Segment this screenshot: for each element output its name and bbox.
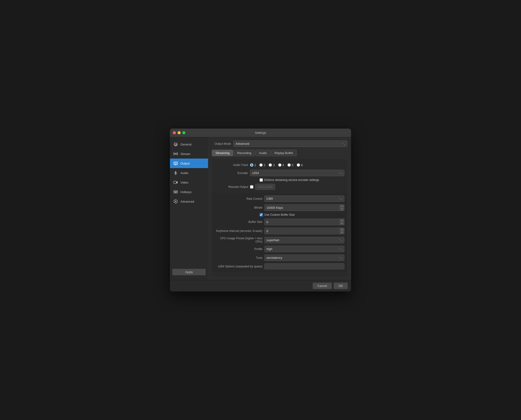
sidebar-item-stream[interactable]: Stream [170, 149, 208, 158]
custom-buffer-row: Use Custom Buffer Size [212, 212, 347, 218]
cpu-preset-label: CPU Usage Preset (higher = less CPU) [215, 237, 262, 243]
profile-row: Profile baseline main high ⌃⌄ [212, 245, 347, 253]
keyframe-input[interactable] [264, 228, 340, 234]
track-1-radio[interactable] [250, 163, 253, 167]
rescale-label: Rescale Output [215, 185, 248, 188]
cpu-preset-select-wrapper: ultrafast superfast veryfast faster fast… [264, 237, 344, 243]
rate-control-label: Rate Control [215, 197, 262, 201]
buffer-size-input[interactable] [264, 218, 340, 225]
sidebar-item-output[interactable]: Output [170, 158, 208, 168]
cancel-button[interactable]: Cancel [313, 283, 332, 289]
profile-select[interactable]: baseline main high [264, 246, 344, 252]
cpu-preset-select[interactable]: ultrafast superfast veryfast faster fast… [264, 237, 344, 243]
bitrate-down-button[interactable]: ▼ [340, 208, 344, 211]
close-button[interactable] [173, 131, 176, 134]
sidebar-item-audio[interactable]: Audio [170, 168, 208, 178]
buffer-size-row: Buffer Size ▲ ▼ [212, 218, 347, 226]
keyframe-down-button[interactable]: ▼ [340, 231, 344, 234]
track-3-label[interactable]: 3 [269, 163, 275, 167]
track-1-text: 1 [254, 163, 256, 167]
track-2-radio[interactable] [259, 163, 263, 167]
bitrate-label: Bitrate [215, 206, 262, 209]
enforce-checkbox[interactable] [260, 178, 263, 182]
svg-rect-13 [175, 192, 177, 193]
encoder-select[interactable]: x264 [250, 170, 344, 176]
sidebar-item-video[interactable]: Video [170, 178, 208, 187]
audio-track-row: Audio Track 1 2 3 [212, 161, 347, 169]
keyframe-spin-buttons: ▲ ▼ [340, 228, 344, 234]
tab-audio[interactable]: Audio [256, 150, 271, 156]
window-title: Settings [255, 131, 266, 135]
rate-control-select-wrapper: CBR VBR ABR ⌃⌄ [264, 195, 344, 202]
x264-options-label: x264 Options (separated by space) [215, 265, 262, 268]
tab-streaming[interactable]: Streaming [212, 150, 233, 156]
bitrate-up-button[interactable]: ▲ [340, 204, 344, 208]
encoder-label: Encoder [215, 172, 248, 175]
minimize-button[interactable] [178, 131, 181, 134]
bitrate-input[interactable] [264, 204, 340, 211]
keyframe-up-button[interactable]: ▲ [340, 228, 344, 231]
tune-select-wrapper: none zerolatency film animation ⌃⌄ [264, 255, 344, 261]
audio-track-label: Audio Track [215, 163, 248, 167]
buffer-size-up-button[interactable]: ▲ [340, 219, 344, 222]
sidebar-label-audio: Audio [180, 171, 188, 175]
rescale-controls: 1920x1080 [250, 184, 344, 190]
tab-replay-buffer[interactable]: Replay Buffer [271, 150, 297, 156]
maximize-button[interactable] [182, 131, 186, 134]
stream-icon [173, 151, 178, 156]
cpu-preset-row: CPU Usage Preset (higher = less CPU) ult… [212, 235, 347, 245]
track-1-label[interactable]: 1 [250, 163, 256, 167]
sidebar-label-general: General [180, 142, 191, 146]
traffic-lights [173, 131, 186, 134]
rescale-select[interactable]: 1920x1080 [255, 184, 275, 190]
svg-rect-11 [175, 191, 176, 192]
track-3-radio[interactable] [269, 163, 272, 167]
output-mode-row: Output Mode Advanced Simple ⌃⌄ [212, 141, 347, 147]
track-3-text: 3 [273, 163, 275, 167]
sidebar-label-output: Output [180, 162, 190, 165]
sidebar-label-hotkeys: Hotkeys [180, 190, 192, 194]
custom-buffer-label: Use Custom Buffer Size [264, 213, 295, 217]
apply-button[interactable]: Apply [172, 269, 206, 275]
rate-control-select[interactable]: CBR VBR ABR [264, 195, 344, 202]
rescale-row: Rescale Output 1920x1080 [212, 183, 347, 191]
track-4-radio[interactable] [278, 163, 281, 167]
ok-button[interactable]: OK [334, 283, 348, 289]
svg-rect-2 [174, 162, 177, 164]
sidebar-bottom: Apply [170, 266, 208, 278]
advanced-icon [173, 199, 178, 204]
custom-buffer-checkbox[interactable] [260, 213, 263, 217]
x264-options-input[interactable] [264, 263, 344, 269]
rate-control-row: Rate Control CBR VBR ABR ⌃⌄ [212, 194, 347, 203]
buffer-size-down-button[interactable]: ▼ [340, 222, 344, 225]
sidebar-item-hotkeys[interactable]: Hotkeys [170, 187, 208, 197]
track-6-radio[interactable] [297, 163, 300, 167]
output-mode-label: Output Mode [212, 142, 231, 145]
tabs-row: Streaming Recording Audio Replay Buffer [212, 150, 347, 156]
x264-options-row: x264 Options (separated by space) [212, 262, 347, 270]
encoder-row: Encoder x264 ⌃⌄ [212, 169, 347, 177]
svg-point-0 [175, 153, 176, 155]
bottom-bar: Cancel OK [170, 280, 351, 292]
tab-recording[interactable]: Recording [233, 150, 255, 156]
sidebar-item-general[interactable]: General [170, 140, 208, 149]
svg-rect-8 [174, 181, 176, 184]
bitrate-spin-buttons: ▲ ▼ [340, 204, 344, 211]
track-4-label[interactable]: 4 [278, 163, 284, 167]
track-6-label[interactable]: 6 [297, 163, 303, 167]
rescale-checkbox[interactable] [250, 185, 253, 188]
track-5-text: 5 [292, 163, 293, 167]
svg-rect-10 [174, 191, 175, 192]
sidebar-label-video: Video [180, 181, 188, 184]
tune-select[interactable]: none zerolatency film animation [264, 255, 344, 261]
settings-window: Settings General [170, 128, 351, 292]
sidebar-label-advanced: Advanced [180, 200, 194, 203]
encoder-select-wrapper: x264 ⌃⌄ [250, 170, 344, 176]
track-5-radio[interactable] [288, 163, 291, 167]
sidebar-item-advanced[interactable]: Advanced [170, 197, 208, 206]
svg-rect-9 [174, 191, 178, 193]
track-5-label[interactable]: 5 [288, 163, 293, 167]
bitrate-row: Bitrate ▲ ▼ [212, 203, 347, 212]
output-mode-select[interactable]: Advanced Simple [233, 141, 347, 147]
track-2-label[interactable]: 2 [259, 163, 265, 167]
